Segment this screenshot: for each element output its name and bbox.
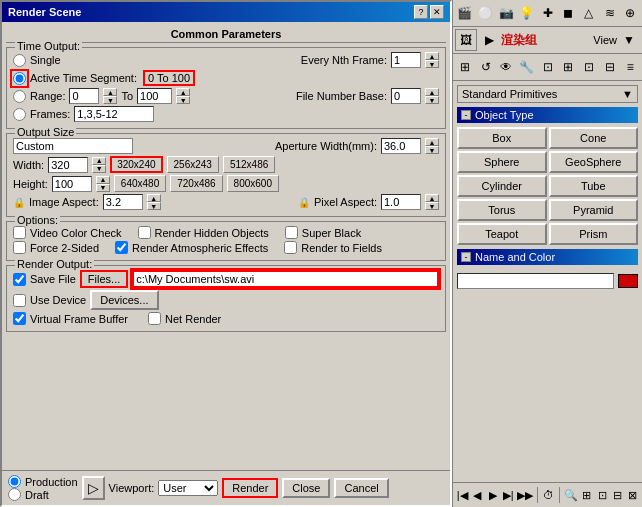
- preset-640x480[interactable]: 640x480: [114, 175, 166, 192]
- space-icon[interactable]: ≋: [600, 2, 620, 24]
- width-input[interactable]: [48, 157, 88, 173]
- sphere-button[interactable]: Sphere: [457, 151, 547, 173]
- zoom5-icon[interactable]: ⊠: [626, 485, 640, 505]
- name-color-collapse[interactable]: -: [461, 252, 471, 262]
- every-nth-input[interactable]: [391, 52, 421, 68]
- prev-frame-icon[interactable]: ◀: [470, 485, 484, 505]
- hierarchy-icon[interactable]: ⊞: [455, 56, 475, 78]
- output-size-dropdown[interactable]: Custom: [13, 138, 133, 154]
- draft-radio[interactable]: [8, 488, 21, 501]
- preset-256x243[interactable]: 256x243: [167, 156, 219, 173]
- every-nth-spinner[interactable]: ▲ ▼: [425, 52, 439, 68]
- render-atmospheric-checkbox[interactable]: [115, 241, 128, 254]
- zoom2-icon[interactable]: ⊞: [580, 485, 594, 505]
- production-radio[interactable]: [8, 475, 21, 488]
- video-color-check-checkbox[interactable]: [13, 226, 26, 239]
- render-active-icon[interactable]: ▶: [478, 29, 500, 51]
- preset-720x486[interactable]: 720x486: [170, 175, 222, 192]
- play-start-icon[interactable]: |◀: [455, 485, 469, 505]
- render-fields-checkbox[interactable]: [284, 241, 297, 254]
- extra1-icon[interactable]: ⊡: [538, 56, 558, 78]
- pixel-aspect-spinner[interactable]: ▲ ▼: [425, 194, 439, 210]
- aperture-spinner[interactable]: ▲ ▼: [425, 138, 439, 154]
- teapot-button[interactable]: Teapot: [457, 223, 547, 245]
- utilities-icon[interactable]: 🔧: [517, 56, 537, 78]
- help-button[interactable]: ?: [414, 5, 428, 19]
- tube-button[interactable]: Tube: [549, 175, 639, 197]
- play-icon[interactable]: ▶: [486, 485, 500, 505]
- view-dropdown-icon[interactable]: ▼: [618, 29, 640, 51]
- preset-320x240[interactable]: 320x240: [110, 156, 162, 173]
- arrow-button[interactable]: ▷: [82, 476, 105, 500]
- width-spinner[interactable]: ▲ ▼: [92, 157, 106, 173]
- range-radio[interactable]: [13, 90, 26, 103]
- extra4-icon[interactable]: ⊟: [600, 56, 620, 78]
- geometry-icon[interactable]: ◼: [558, 2, 578, 24]
- range-from-spinner[interactable]: ▲ ▼: [103, 88, 117, 104]
- range-to-spinner[interactable]: ▲ ▼: [176, 88, 190, 104]
- preset-800x600[interactable]: 800x600: [227, 175, 279, 192]
- shape-icon[interactable]: △: [579, 2, 599, 24]
- color-swatch[interactable]: [618, 274, 638, 288]
- zoom3-icon[interactable]: ⊡: [595, 485, 609, 505]
- file-path-input[interactable]: [132, 270, 439, 288]
- display-icon[interactable]: 👁: [496, 56, 516, 78]
- extra5-icon[interactable]: ≡: [620, 56, 640, 78]
- material-icon[interactable]: ⚪: [476, 2, 496, 24]
- frames-radio[interactable]: [13, 108, 26, 121]
- geosphere-button[interactable]: GeoSphere: [549, 151, 639, 173]
- toolbar-divider2: [559, 487, 560, 503]
- motion-icon[interactable]: ↺: [476, 56, 496, 78]
- single-radio[interactable]: [13, 54, 26, 67]
- next-frame-icon[interactable]: ▶|: [501, 485, 515, 505]
- extra3-icon[interactable]: ⊡: [579, 56, 599, 78]
- super-black-checkbox[interactable]: [285, 226, 298, 239]
- close-dialog-button[interactable]: Close: [282, 478, 330, 498]
- render-hidden-checkbox[interactable]: [138, 226, 151, 239]
- active-segment-radio[interactable]: [13, 72, 26, 85]
- frames-input[interactable]: [74, 106, 154, 122]
- box-button[interactable]: Box: [457, 127, 547, 149]
- zoom1-icon[interactable]: 🔍: [563, 485, 579, 505]
- file-number-input[interactable]: [391, 88, 421, 104]
- extra2-icon[interactable]: ⊞: [558, 56, 578, 78]
- save-file-checkbox[interactable]: [13, 273, 26, 286]
- file-number-spinner[interactable]: ▲ ▼: [425, 88, 439, 104]
- camera-icon[interactable]: 📷: [496, 2, 516, 24]
- height-input[interactable]: [52, 176, 92, 192]
- render-scene-icon[interactable]: 🖼: [455, 29, 477, 51]
- object-name-input[interactable]: [457, 273, 614, 289]
- helper-icon[interactable]: ✚: [538, 2, 558, 24]
- time-config-icon[interactable]: ⏱: [541, 485, 555, 505]
- use-device-checkbox[interactable]: [13, 294, 26, 307]
- torus-button[interactable]: Torus: [457, 199, 547, 221]
- cancel-button[interactable]: Cancel: [334, 478, 388, 498]
- height-spinner[interactable]: ▲ ▼: [96, 176, 110, 192]
- range-from-input[interactable]: [69, 88, 99, 104]
- render-button[interactable]: Render: [222, 478, 278, 498]
- cone-button[interactable]: Cone: [549, 127, 639, 149]
- range-to-input[interactable]: [137, 88, 172, 104]
- close-button[interactable]: ✕: [430, 5, 444, 19]
- prism-button[interactable]: Prism: [549, 223, 639, 245]
- object-type-collapse[interactable]: -: [461, 110, 471, 120]
- preset-512x486[interactable]: 512x486: [223, 156, 275, 173]
- play-end-icon[interactable]: ▶▶: [516, 485, 534, 505]
- virtual-frame-buffer-checkbox[interactable]: [13, 312, 26, 325]
- cylinder-button[interactable]: Cylinder: [457, 175, 547, 197]
- pixel-aspect-input[interactable]: [381, 194, 421, 210]
- pyramid-button[interactable]: Pyramid: [549, 199, 639, 221]
- viewport-dropdown[interactable]: User: [158, 480, 218, 496]
- light-icon[interactable]: 💡: [517, 2, 537, 24]
- net-render-checkbox[interactable]: [148, 312, 161, 325]
- image-aspect-spinner[interactable]: ▲ ▼: [147, 194, 161, 210]
- force-2sided-checkbox[interactable]: [13, 241, 26, 254]
- image-aspect-input[interactable]: [103, 194, 143, 210]
- zoom4-icon[interactable]: ⊟: [610, 485, 624, 505]
- devices-button[interactable]: Devices...: [90, 290, 158, 310]
- aperture-input[interactable]: [381, 138, 421, 154]
- primitives-dropdown[interactable]: Standard Primitives ▼: [457, 85, 638, 103]
- modifier-icon[interactable]: ⊕: [620, 2, 640, 24]
- scene-icon[interactable]: 🎬: [455, 2, 475, 24]
- files-button[interactable]: Files...: [80, 270, 128, 288]
